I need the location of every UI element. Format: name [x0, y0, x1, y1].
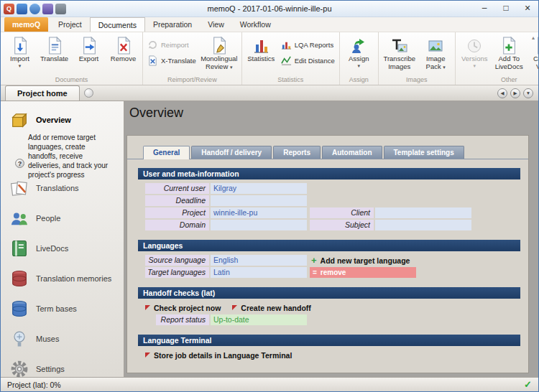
red-flag-icon [145, 353, 150, 358]
main-pane: Overview General Handoff / delivery Repo… [124, 101, 538, 377]
remove-icon [116, 36, 132, 55]
remove-button[interactable]: Remove [106, 34, 140, 76]
tab-general[interactable]: General [143, 146, 190, 159]
tab-workflow[interactable]: Workflow [232, 17, 279, 32]
quick-access-icon-2[interactable] [29, 4, 40, 14]
store-job-details-link[interactable]: Store job details in Language Terminal [145, 351, 292, 360]
sidebar-item-settings[interactable]: Settings [1, 354, 124, 384]
source-language-value: English [211, 255, 307, 266]
create-new-handoff-link[interactable]: Create new handoff [232, 304, 310, 312]
edit-distance-button[interactable]: Edit Distance [279, 54, 337, 67]
client-value [375, 207, 471, 218]
sidebar-item-translations[interactable]: Translations [1, 173, 124, 203]
translate-button[interactable]: Translate [37, 34, 71, 76]
xtranslate-icon [147, 55, 158, 66]
titlebar: Q memoQ - 2017-01-06-winnie-ille-pu – □ … [1, 1, 538, 17]
sidebar-item-term-bases[interactable]: Term bases [1, 294, 124, 324]
export-button[interactable]: Export [72, 34, 106, 76]
quick-access-icon-1[interactable] [17, 4, 27, 14]
sidebar-item-people[interactable]: People [1, 203, 124, 233]
app-logo-icon[interactable]: Q [4, 4, 14, 14]
red-flag-icon [232, 305, 237, 310]
nav-down-icon[interactable]: ▼ [523, 88, 533, 98]
quick-access-icon-3[interactable] [42, 4, 53, 14]
subject-value [375, 220, 471, 230]
tab-view[interactable]: View [200, 17, 232, 32]
tab-options-icon[interactable] [84, 88, 93, 98]
project-label: Project [145, 207, 209, 218]
tab-automation[interactable]: Automation [322, 146, 382, 159]
reimport-button[interactable]: Reimport [145, 38, 198, 52]
pane-tab-bar: Project home ◀ ▶ ▼ [1, 85, 538, 101]
create-view-button[interactable]: Create View [527, 34, 538, 76]
xtranslate-label: X-Translate [161, 57, 196, 65]
domain-value [211, 220, 307, 230]
transcribe-images-label: Transcribe Images [381, 55, 418, 70]
target-languages-value: Latin [211, 267, 307, 278]
window-title: memoQ - 2017-01-06-winnie-ille-pu [1, 4, 538, 13]
translate-icon [47, 36, 63, 55]
maximize-button[interactable]: □ [495, 1, 517, 17]
sidebar-item-muses[interactable]: Muses [1, 324, 124, 354]
tab-template-settings[interactable]: Template settings [384, 146, 464, 159]
nav-back-icon[interactable]: ◀ [497, 88, 507, 98]
add-target-language-link[interactable]: + Add new target language [311, 256, 410, 265]
group-label-images: Images [379, 76, 455, 85]
xtranslate-button[interactable]: X-Translate [145, 54, 198, 67]
close-button[interactable]: × [517, 1, 538, 17]
ribbon-group-assign: Assign ▾ Assign [340, 32, 379, 85]
sidebar-item-overview[interactable]: Overview [1, 108, 124, 131]
help-icon[interactable]: ? [15, 159, 24, 168]
remove-language-button[interactable]: = remove [310, 267, 416, 278]
ribbon-group-documents: Import ▾ Translate Export Remove [1, 32, 143, 85]
assign-button[interactable]: Assign ▾ [342, 34, 376, 76]
add-to-livedocs-button[interactable]: Add To LiveDocs [492, 34, 526, 76]
section-header: Languages [138, 240, 520, 251]
ribbon-tab-bar: memoQ Project Documents Preparation View… [1, 17, 538, 32]
tab-memoq[interactable]: memoQ [4, 17, 48, 32]
minus-icon: = [313, 269, 317, 276]
reimport-label: Reimport [161, 41, 189, 49]
domain-label: Domain [145, 220, 209, 230]
tab-documents[interactable]: Documents [90, 17, 145, 32]
tab-project[interactable]: Project [50, 17, 90, 32]
add-to-livedocs-icon [501, 36, 517, 55]
sidebar-item-translation-memories[interactable]: Translation memories [1, 263, 124, 294]
monolingual-review-button[interactable]: Monolingual Review ▾ [199, 34, 239, 76]
tab-reports[interactable]: Reports [273, 146, 321, 159]
minimize-button[interactable]: – [474, 1, 495, 17]
reimport-icon [147, 39, 158, 50]
report-status-label: Report status [156, 314, 209, 325]
import-icon [12, 36, 28, 55]
section-languages: Languages Source language English + Add … [138, 240, 528, 278]
chevron-down-icon: ▾ [230, 65, 233, 70]
translations-icon [9, 178, 29, 198]
muses-icon [9, 329, 29, 349]
image-pack-button[interactable]: Image Pack ▾ [419, 34, 453, 76]
lqa-reports-label: LQA Reports [295, 41, 333, 49]
tab-handoff-delivery[interactable]: Handoff / delivery [191, 146, 272, 159]
lqa-reports-button[interactable]: LQA Reports [279, 38, 337, 52]
report-status-value: Up-to-date [211, 314, 307, 325]
group-label-documents: Documents [1, 76, 142, 85]
sidebar-item-label: LiveDocs [36, 244, 68, 253]
sidebar-item-livedocs[interactable]: LiveDocs [1, 233, 124, 263]
statistics-button[interactable]: Statistics [244, 34, 278, 76]
versions-button[interactable]: Versions ▾ [458, 34, 492, 76]
subject-label: Subject [310, 220, 374, 230]
plus-icon: + [311, 256, 317, 265]
quick-access-icon-4[interactable] [55, 4, 66, 14]
import-button[interactable]: Import ▾ [3, 34, 37, 76]
project-home-tab[interactable]: Project home [5, 85, 80, 101]
section-header: Handoff checks (lat) [138, 287, 520, 299]
transcribe-images-button[interactable]: Transcribe Images [381, 34, 418, 76]
export-icon [81, 36, 97, 55]
nav-forward-icon[interactable]: ▶ [510, 88, 520, 98]
people-icon [9, 208, 29, 228]
tab-preparation[interactable]: Preparation [145, 17, 200, 32]
monolingual-review-label: Monolingual Review ▾ [199, 55, 239, 70]
overview-panel: General Handoff / delivery Reports Autom… [126, 135, 529, 373]
check-project-now-link[interactable]: Check project now [145, 304, 221, 312]
add-to-livedocs-label: Add To LiveDocs [492, 55, 526, 70]
source-language-label: Source language [145, 255, 209, 266]
